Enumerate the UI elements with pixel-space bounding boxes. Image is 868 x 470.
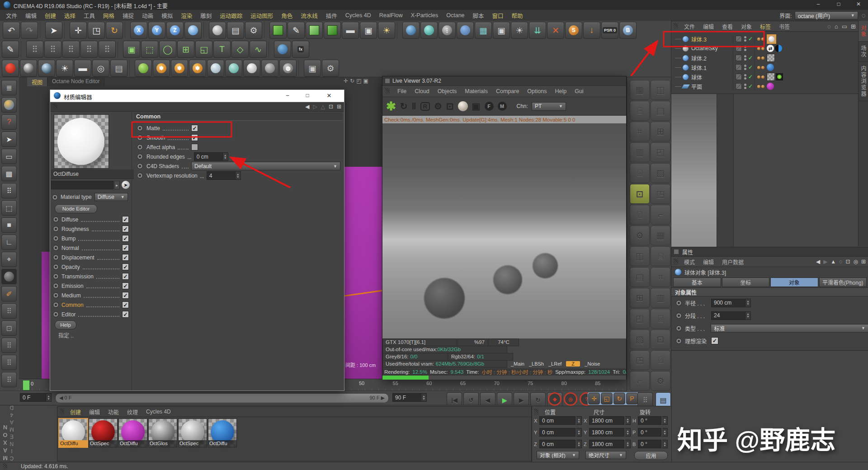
- visibility-dots[interactable]: [744, 74, 746, 80]
- autokey-button[interactable]: ◎: [564, 392, 577, 406]
- channel-label[interactable]: Emission: [61, 283, 84, 289]
- palette-icon[interactable]: ▥: [630, 142, 650, 162]
- glass-ball-icon[interactable]: [207, 60, 224, 77]
- manager-tab-场次[interactable]: 场次: [859, 42, 868, 62]
- subdivision-surface-icon[interactable]: [306, 22, 323, 39]
- focus-picker-icon[interactable]: F: [485, 102, 494, 111]
- model-mode-icon[interactable]: ▭: [1, 149, 17, 164]
- menu-窗口[interactable]: 窗口: [488, 11, 508, 20]
- pla-button[interactable]: ⠿: [637, 392, 653, 408]
- polygon-mode-icon[interactable]: ■: [1, 217, 17, 233]
- palette-icon[interactable]: ⌸: [630, 101, 650, 121]
- position-spinner[interactable]: ▲▼: [576, 440, 582, 448]
- rotate-icon[interactable]: ↻: [106, 22, 123, 39]
- menu-插件[interactable]: 插件: [322, 11, 341, 20]
- panel-grip[interactable]: [534, 409, 538, 415]
- palette-icon[interactable]: ◰: [630, 309, 650, 329]
- up-icon[interactable]: ▲: [830, 258, 836, 265]
- animation-dots[interactable]: [757, 85, 764, 88]
- channel-label[interactable]: Diffuse: [61, 216, 78, 223]
- object-name[interactable]: 球体.2: [691, 54, 733, 62]
- menu-运动图形[interactable]: 运动图形: [246, 11, 277, 20]
- scheme-button[interactable]: ▤: [656, 392, 671, 408]
- palette-icon[interactable]: ▨: [651, 163, 670, 183]
- material-type-dropdown[interactable]: Diffuse▼: [94, 193, 128, 201]
- model-green-icon[interactable]: ◱: [195, 41, 212, 58]
- panel-grip[interactable]: [674, 258, 678, 265]
- position-field[interactable]: 0 cm: [539, 440, 576, 448]
- size-spinner[interactable]: ▲▼: [625, 428, 631, 437]
- position-field[interactable]: 0 cm: [539, 428, 576, 437]
- channel-radio[interactable]: [53, 254, 59, 260]
- object-row[interactable]: 球体.2✓: [671, 53, 859, 62]
- pass-tab-_LBSh[interactable]: _LBSh: [529, 361, 544, 367]
- gray-ball-icon[interactable]: [261, 60, 278, 77]
- rings-icon[interactable]: ◎: [92, 60, 109, 77]
- channel-label[interactable]: Transmission: [61, 273, 94, 280]
- menu-角色[interactable]: 角色: [277, 11, 297, 20]
- layer-box[interactable]: [736, 83, 742, 89]
- menu-网格[interactable]: 网格: [99, 11, 118, 20]
- panel-grip[interactable]: [385, 88, 390, 94]
- channel-label[interactable]: Medium: [61, 292, 81, 299]
- channel-radio[interactable]: [53, 283, 59, 289]
- palette-icon[interactable]: ▦: [630, 80, 650, 100]
- end-frame-field[interactable]: 90 F: [392, 393, 421, 402]
- palette-icon[interactable]: ⠿: [44, 41, 61, 58]
- texture-arrow-button[interactable]: ▸: [114, 181, 120, 189]
- frame-range-slider[interactable]: ◀ 0 F 90 F ▶: [55, 393, 389, 403]
- layer-box[interactable]: [736, 36, 742, 42]
- object-row[interactable]: 平面✓: [671, 82, 859, 91]
- sun-icon[interactable]: ☀: [56, 60, 73, 77]
- tag-icon[interactable]: ▤: [110, 60, 127, 77]
- channel-checkbox[interactable]: ✓: [122, 282, 129, 289]
- channel-radio[interactable]: [53, 226, 59, 232]
- panel-grip[interactable]: [674, 23, 678, 29]
- channel-label[interactable]: Roughness: [61, 226, 89, 232]
- menu-捕捉[interactable]: 捕捉: [118, 11, 138, 20]
- viewport-tab-Octane Node Editor[interactable]: Octane Node Editor: [47, 77, 104, 86]
- material-type-radio[interactable]: [52, 194, 58, 200]
- gears-icon[interactable]: ⚙: [322, 60, 339, 77]
- attribute-checkbox[interactable]: ✓: [711, 337, 718, 344]
- menu-纹理[interactable]: 纹理: [123, 408, 142, 416]
- parameter-toggle[interactable]: P: [626, 393, 638, 404]
- size-spinner[interactable]: ▲▼: [625, 416, 631, 425]
- menu-RealFlow[interactable]: RealFlow: [375, 12, 407, 19]
- palette-icon[interactable]: ◳: [651, 184, 670, 204]
- enable-check[interactable]: ✓: [748, 74, 755, 80]
- palette-icon[interactable]: ⊞: [630, 288, 650, 308]
- visibility-dots[interactable]: [744, 36, 746, 42]
- frame-spinner[interactable]: ▲▼: [46, 393, 52, 402]
- visibility-dots[interactable]: [744, 46, 746, 51]
- palette-icon[interactable]: ⌐: [630, 371, 650, 391]
- workplane-icon[interactable]: ⌖: [1, 252, 17, 267]
- property-dropdown[interactable]: Default▼: [191, 162, 340, 170]
- lock-resolution-icon[interactable]: ⊡: [446, 101, 454, 112]
- menu-Cycles 4D[interactable]: Cycles 4D: [142, 409, 175, 415]
- channel-checkbox[interactable]: ✓: [122, 311, 129, 318]
- character-icon[interactable]: B: [619, 22, 637, 39]
- lock-icon[interactable]: ⊡: [329, 103, 333, 110]
- region-render-icon[interactable]: ▣: [472, 101, 481, 112]
- object-name[interactable]: OctaneSky: [691, 45, 733, 52]
- rotation-spinner[interactable]: ▲▼: [662, 428, 668, 437]
- flower-icon[interactable]: ✽: [189, 60, 206, 77]
- menu-对象[interactable]: 对象: [737, 23, 756, 30]
- palette-icon[interactable]: ⊞: [651, 122, 670, 141]
- menu-流水线[interactable]: 流水线: [297, 11, 322, 20]
- animation-dots[interactable]: [757, 47, 764, 50]
- render-settings-icon[interactable]: ⚙: [245, 22, 262, 39]
- interface-dropdown[interactable]: octane (用户)▼: [795, 11, 858, 19]
- property-radio[interactable]: [137, 144, 143, 150]
- position-spinner[interactable]: ▲▼: [576, 428, 582, 437]
- end-frame-spinner[interactable]: ▲▼: [421, 393, 427, 402]
- octane-blob-icon[interactable]: [457, 22, 474, 39]
- channel-checkbox[interactable]: ✓: [122, 301, 129, 308]
- menu-编辑[interactable]: 编辑: [699, 23, 718, 30]
- palette-icon[interactable]: ⌸: [651, 246, 670, 266]
- material-thumb-magenta[interactable]: [767, 83, 774, 90]
- material-tile[interactable]: OctGlos: [149, 419, 177, 447]
- menu-文件[interactable]: 文件: [680, 23, 699, 30]
- chn-dropdown[interactable]: PT▼: [532, 102, 566, 111]
